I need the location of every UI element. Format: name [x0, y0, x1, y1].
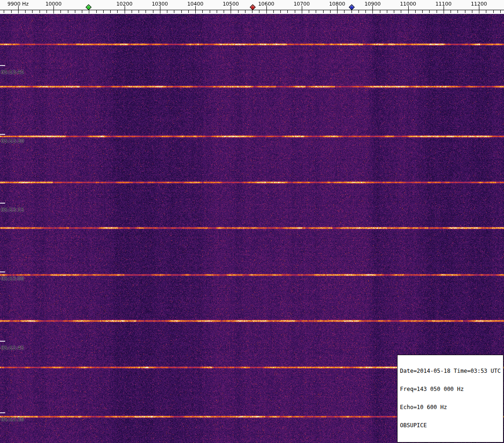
time-label: 05:53:30 [1, 138, 24, 144]
time-tick [0, 271, 5, 272]
time-tick [0, 412, 5, 413]
time-label: 05:52:45 [1, 345, 24, 351]
time-tick [0, 65, 5, 66]
freq-label-10800: 10800 [329, 1, 345, 7]
time-tick [0, 341, 5, 342]
spectrogram-app: 9900 Hz100001020010300104001050010600107… [0, 0, 504, 443]
info-line-date: Date=2014-05-18 Time=03:53 UTC [400, 368, 501, 374]
frequency-ruler: 9900 Hz100001020010300104001050010600107… [0, 0, 504, 14]
freq-label-10700: 10700 [293, 1, 310, 7]
freq-label-10000: 10000 [46, 1, 62, 7]
freq-label-9900: 9900 Hz [7, 1, 29, 7]
freq-label-10200: 10200 [116, 1, 133, 7]
time-label: 05:52:30 [1, 417, 24, 423]
freq-label-11200: 11200 [471, 1, 487, 7]
time-label: 05:53:00 [1, 276, 24, 282]
time-label: 05:53:15 [1, 207, 24, 213]
info-box: Date=2014-05-18 Time=03:53 UTC Freq=143 … [397, 355, 504, 443]
info-line-freq: Freq=143 050 000 Hz [400, 386, 501, 392]
freq-label-10300: 10300 [152, 1, 168, 7]
freq-label-10600: 10600 [258, 1, 274, 7]
freq-label-10500: 10500 [223, 1, 239, 7]
time-tick [0, 134, 5, 135]
freq-label-11000: 11000 [400, 1, 416, 7]
freq-label-11100: 11100 [435, 1, 451, 7]
freq-label-10900: 10900 [365, 1, 381, 7]
time-label: 05:53:45 [1, 69, 24, 75]
info-line-echo: Echo=10 600 Hz [400, 404, 501, 410]
freq-label-10400: 10400 [187, 1, 204, 7]
info-line-station: OBSUPICE [400, 423, 501, 429]
time-tick [0, 203, 5, 204]
